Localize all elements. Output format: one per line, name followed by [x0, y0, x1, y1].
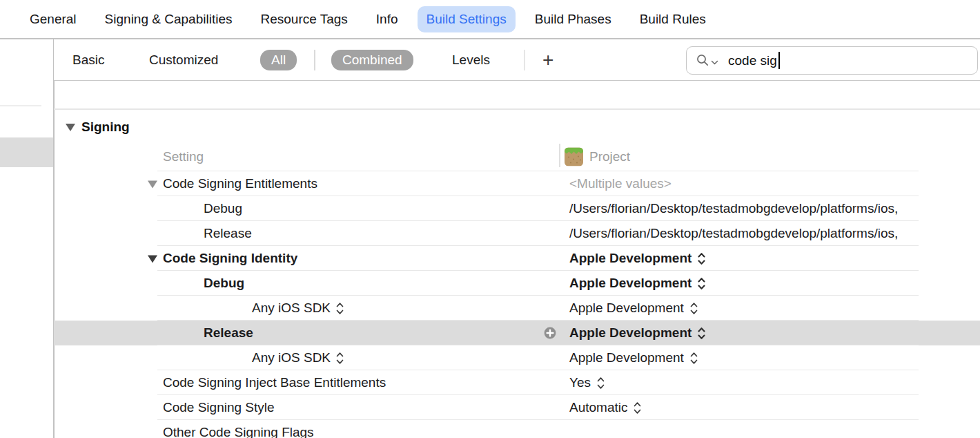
setting-value[interactable]: <Multiple values>: [569, 176, 980, 191]
table-row-other-code-signing-flags[interactable]: Other Code Signing Flags: [54, 420, 980, 438]
build-settings-toolbar: Basic Customized All Combined Levels + c…: [54, 39, 980, 81]
setting-label[interactable]: Any iOS SDK: [252, 350, 344, 365]
table-row-code-signing-style[interactable]: Code Signing Style Automatic: [54, 395, 980, 420]
settings-table: Code Signing Entitlements <Multiple valu…: [54, 171, 980, 438]
stepper-icon: [597, 377, 605, 390]
tab-build-rules[interactable]: Build Rules: [640, 12, 706, 27]
tab-build-phases[interactable]: Build Phases: [535, 12, 611, 27]
filter-basic[interactable]: Basic: [72, 53, 104, 68]
stepper-icon: [634, 401, 641, 415]
disclosure-triangle-icon[interactable]: [148, 255, 157, 263]
filter-all[interactable]: All: [260, 50, 297, 70]
table-row-identity-release-selected[interactable]: Release Apple Development: [54, 321, 980, 345]
setting-label: Debug: [204, 201, 242, 216]
tab-build-settings[interactable]: Build Settings: [418, 6, 516, 32]
table-row-entitlements-release[interactable]: Release /Users/florian/Desktop/testadmob…: [54, 221, 980, 246]
setting-value-dropdown[interactable]: Apple Development: [569, 350, 980, 365]
sidebar-selected-item[interactable]: [0, 137, 53, 167]
stepper-icon: [698, 277, 705, 290]
settings-table-header: Setting Project: [54, 142, 980, 171]
column-divider: [559, 144, 560, 167]
setting-value[interactable]: /Users/florian/Desktop/testadmobgdevelop…: [569, 201, 980, 216]
setting-value-dropdown[interactable]: Apple Development: [569, 301, 980, 316]
stepper-icon: [698, 327, 705, 340]
setting-label: Code Signing Inject Base Entitlements: [163, 375, 386, 390]
setting-value-dropdown[interactable]: Yes: [569, 375, 980, 390]
stepper-icon: [690, 352, 698, 365]
setting-value-dropdown[interactable]: Apple Development: [569, 251, 980, 266]
tab-info[interactable]: Info: [376, 12, 398, 27]
column-header-setting: Setting: [163, 149, 204, 164]
setting-label: Release: [204, 325, 253, 341]
disclosure-triangle-icon[interactable]: [66, 124, 75, 131]
toolbar-divider: [524, 50, 525, 70]
add-setting-button[interactable]: +: [538, 50, 558, 70]
stepper-icon: [690, 302, 698, 315]
search-icon: [696, 53, 710, 68]
filter-customized[interactable]: Customized: [149, 53, 218, 68]
table-row-code-signing-identity[interactable]: Code Signing Identity Apple Development: [54, 246, 980, 271]
column-header-project: Project: [589, 149, 630, 164]
section-header-signing[interactable]: Signing: [66, 120, 130, 135]
tab-signing-capabilities[interactable]: Signing & Capabilities: [105, 12, 233, 27]
table-row-entitlements-debug[interactable]: Debug /Users/florian/Desktop/testadmobgd…: [54, 196, 980, 221]
toolbar-divider: [314, 50, 315, 70]
stepper-icon: [698, 252, 705, 265]
table-row-identity-release-any-ios-sdk[interactable]: Any iOS SDK Apple Development: [54, 345, 980, 370]
setting-label: Debug: [204, 276, 244, 291]
search-input-value[interactable]: code sig: [728, 53, 777, 68]
section-title: Signing: [81, 120, 130, 135]
table-row-inject-base-entitlements[interactable]: Code Signing Inject Base Entitlements Ye…: [54, 370, 980, 395]
disclosure-triangle-icon[interactable]: [148, 180, 157, 188]
xcode-project-editor: { "tabbar": { "tabs": [ { "label": "Gene…: [0, 0, 980, 438]
view-levels[interactable]: Levels: [452, 53, 490, 68]
setting-label: Code Signing Entitlements: [163, 176, 317, 191]
search-scope-chevron-icon[interactable]: [711, 60, 718, 66]
setting-value-dropdown[interactable]: Apple Development: [569, 325, 980, 341]
setting-value-dropdown[interactable]: Automatic: [569, 400, 980, 415]
plus-circle-icon: [544, 327, 556, 339]
search-field[interactable]: code sig: [686, 46, 978, 75]
setting-label: Release: [204, 226, 252, 241]
stepper-icon: [336, 302, 344, 315]
tab-resource-tags[interactable]: Resource Tags: [260, 12, 347, 27]
setting-label: Code Signing Style: [163, 400, 275, 415]
project-editor-tabbar: General Signing & Capabilities Resource …: [0, 0, 980, 39]
view-combined[interactable]: Combined: [331, 50, 413, 70]
add-value-button[interactable]: [544, 327, 556, 339]
content-top-rule: [54, 108, 980, 110]
setting-label: Code Signing Identity: [163, 251, 297, 266]
project-app-icon: [565, 148, 583, 166]
table-row-identity-debug-any-ios-sdk[interactable]: Any iOS SDK Apple Development: [54, 296, 980, 321]
setting-value[interactable]: /Users/florian/Desktop/testadmobgdevelop…: [569, 226, 980, 241]
setting-label[interactable]: Any iOS SDK: [252, 301, 344, 316]
tab-general[interactable]: General: [30, 12, 77, 27]
text-caret: [778, 52, 780, 69]
table-row-code-signing-entitlements[interactable]: Code Signing Entitlements <Multiple valu…: [54, 171, 980, 196]
setting-label: Other Code Signing Flags: [163, 425, 314, 438]
sidebar-separator: [0, 105, 41, 106]
stepper-icon: [336, 352, 344, 365]
table-row-identity-debug[interactable]: Debug Apple Development: [54, 271, 980, 296]
setting-value-dropdown[interactable]: Apple Development: [569, 276, 980, 291]
